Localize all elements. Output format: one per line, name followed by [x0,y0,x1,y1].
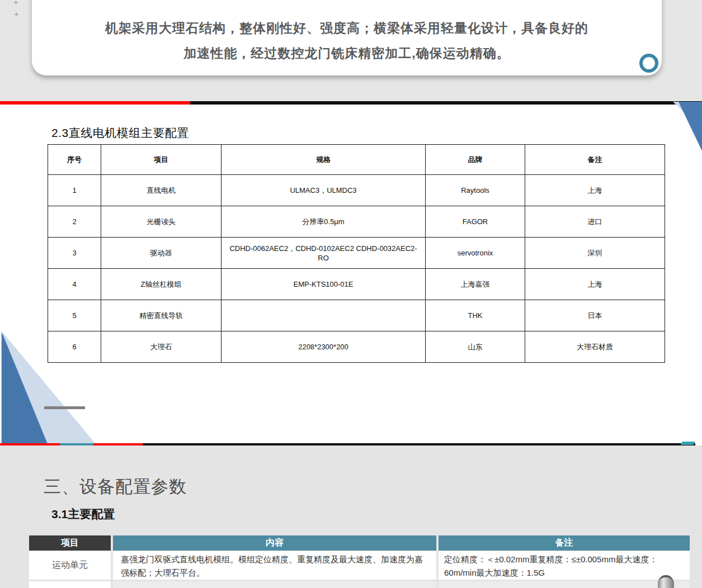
config-remark: 定位精度：＜±0.02mm重复精度：≤±0.005mm最大速度：60m/min最… [439,551,690,580]
table-cell: CDHD-0062AEC2，CDHD-0102AEC2 CDHD-0032AEC… [222,238,426,269]
column-header: 项目 [101,145,222,175]
section-3-heading: 三、设备配置参数 [44,475,187,499]
column-header: 序号 [48,145,101,175]
column-header: 项目 [29,535,111,551]
table-cell: 3 [48,238,101,269]
table-cell: Raytools [426,175,525,206]
table-cell: 2 [48,206,101,238]
table-cell: ULMAC3，ULMDC3 [222,175,426,206]
table-cell: 上海 [525,269,665,300]
intro-line-1: 机架采用大理石结构，整体刚性好、强度高；横梁体采用轻量化设计，具备良好的 [32,16,662,41]
plus-marker-icon: + [13,0,18,6]
table-cell: 2208*2300*200 [222,331,426,363]
config-row-motion-unit: 运动单元 嘉强龙门双驱式直线电机模组。模组定位精度、重复精度及最大速度、加速度为… [29,551,690,580]
plus-marker-icon: + [14,10,19,18]
ring-icon [639,54,658,73]
config-content [113,581,436,588]
top-gray-band: + + 机架采用大理石结构，整体刚性好、强度高；横梁体采用轻量化设计，具备良好的… [0,0,702,105]
column-header: 备注 [525,145,665,175]
main-config-table: 项目 内容 备注 运动单元 嘉强龙门双驱式直线电机模组。模组定位精度、重复精度及… [29,535,690,588]
table-cell: 上海 [525,175,665,206]
config-item-label: 运动单元 [29,551,111,580]
table-cell: 5 [48,300,101,331]
table-row: 2 光栅读头 分辨率0.5μm FAGOR 进口 [48,206,665,238]
teal-accent-right-icon [681,442,695,445]
section-3-1-subheading: 3.1主要配置 [51,506,115,522]
table-cell: 深圳 [525,238,665,269]
column-header: 规格 [222,145,426,175]
table-cell: servotronix [426,238,525,269]
intro-card-text: 机架采用大理石结构，整体刚性好、强度高；横梁体采用轻量化设计，具备良好的 加速性… [32,16,662,66]
nozzle-photo [658,575,674,588]
table-cell: 进口 [525,206,665,238]
table-cell: 山东 [426,331,525,363]
table-cell: 分辨率0.5μm [222,206,426,238]
table-cell: FAGOR [426,206,525,238]
config-content: 嘉强龙门双驱式直线电机模组。模组定位精度、重复精度及最大速度、加速度为嘉强标配；… [113,551,436,580]
section-2-3-title: 2.3直线电机模组主要配置 [51,125,189,141]
config-row-stroke: 加工行程 [29,581,690,588]
column-header: 内容 [113,535,436,551]
table-cell: 1 [48,175,101,206]
document-page: + + 机架采用大理石结构，整体刚性好、强度高；横梁体采用轻量化设计，具备良好的… [0,0,702,588]
table-cell: 大理石材质 [525,331,665,363]
intro-card: 机架采用大理石结构，整体刚性好、强度高；横梁体采用轻量化设计，具备良好的 加速性… [32,0,662,75]
table-row: 1 直线电机 ULMAC3，ULMDC3 Raytools 上海 [48,175,665,206]
intro-line-2: 加速性能，经过数控龙门铣床精密加工,确保运动精确。 [32,41,662,66]
column-header: 品牌 [426,145,525,175]
table-cell: 6 [48,331,101,363]
table-cell: 直线电机 [101,175,222,206]
table-cell [222,300,426,331]
table-cell: 精密直线导轨 [101,300,222,331]
table-header-row: 序号 项目 规格 品牌 备注 [48,145,665,175]
gray-dash-divider [44,406,85,409]
table-cell: EMP-KTS100-01E [222,269,426,300]
config-item-label: 加工行程 [29,581,111,588]
table-cell: 4 [48,269,101,300]
linear-motor-config-table: 序号 项目 规格 品牌 备注 1 直线电机 ULMAC3，ULMDC3 Rayt… [48,144,665,363]
table-cell: 大理石 [101,331,222,363]
table-cell: 日本 [525,300,665,331]
table-row: 6 大理石 2208*2300*200 山东 大理石材质 [48,331,665,363]
table-cell: Z轴丝杠模组 [101,269,222,300]
table-cell: 驱动器 [101,238,222,269]
table-row: 4 Z轴丝杠模组 EMP-KTS100-01E 上海嘉强 上海 [48,269,665,300]
table-cell: THK [426,300,525,331]
table-cell: 光栅读头 [101,206,222,238]
column-header: 备注 [439,535,690,551]
config-remark [439,581,690,588]
table-cell: 上海嘉强 [426,269,525,300]
config-header-row: 项目 内容 备注 [29,535,690,551]
table-row: 5 精密直线导轨 THK 日本 [48,300,665,331]
table-row: 3 驱动器 CDHD-0062AEC2，CDHD-0102AEC2 CDHD-0… [48,238,665,269]
